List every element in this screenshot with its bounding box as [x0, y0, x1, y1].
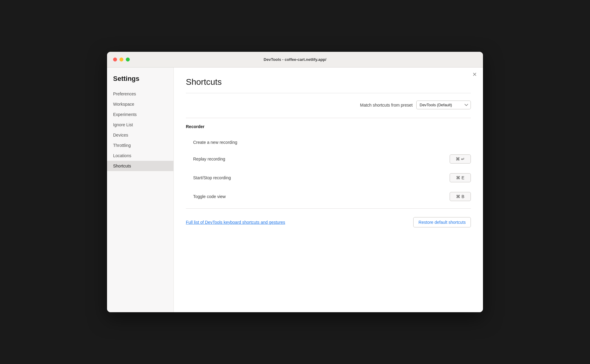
shortcut-name-startstop: Start/Stop recording	[186, 175, 450, 180]
window-title: DevTools - coffee-cart.netlify.app/	[264, 57, 327, 62]
sidebar-item-experiments[interactable]: Experiments	[107, 109, 173, 120]
maximize-traffic-light[interactable]	[126, 58, 130, 61]
shortcut-key-toggle[interactable]: ⌘ B	[450, 192, 471, 201]
shortcut-row-replay: Replay recording ⌘ ↵	[186, 150, 471, 168]
devtools-window: DevTools - coffee-cart.netlify.app/ Sett…	[107, 52, 483, 312]
keyboard-shortcuts-link[interactable]: Full list of DevTools keyboard shortcuts…	[186, 220, 285, 225]
traffic-lights	[113, 58, 130, 61]
shortcut-name-replay: Replay recording	[186, 157, 450, 161]
sidebar-item-throttling[interactable]: Throttling	[107, 140, 173, 151]
section-bottom-divider	[186, 208, 471, 209]
section-divider	[186, 118, 471, 118]
shortcut-name-create: Create a new recording	[186, 140, 471, 145]
sidebar: Settings Preferences Workspace Experimen…	[107, 68, 174, 312]
main-content: ✕ Shortcuts Match shortcuts from preset …	[174, 68, 483, 312]
sidebar-item-workspace[interactable]: Workspace	[107, 99, 173, 109]
shortcut-row-startstop: Start/Stop recording ⌘ E	[186, 168, 471, 187]
sidebar-heading: Settings	[107, 75, 173, 89]
sidebar-item-locations[interactable]: Locations	[107, 151, 173, 161]
title-divider	[186, 93, 471, 93]
page-title: Shortcuts	[186, 77, 471, 87]
section-title: Recorder	[186, 124, 471, 129]
close-button[interactable]: ✕	[472, 72, 477, 77]
restore-defaults-button[interactable]: Restore default shortcuts	[413, 217, 471, 227]
preset-row: Match shortcuts from preset DevTools (De…	[186, 101, 471, 109]
shortcut-name-toggle: Toggle code view	[186, 194, 450, 199]
shortcut-key-startstop[interactable]: ⌘ E	[450, 173, 471, 182]
sidebar-item-devices[interactable]: Devices	[107, 130, 173, 140]
window-body: Settings Preferences Workspace Experimen…	[107, 68, 483, 312]
preset-label: Match shortcuts from preset	[360, 103, 413, 108]
sidebar-item-ignore-list[interactable]: Ignore List	[107, 120, 173, 130]
sidebar-item-shortcuts[interactable]: Shortcuts	[107, 161, 173, 171]
sidebar-item-preferences[interactable]: Preferences	[107, 89, 173, 99]
shortcut-row-create: Create a new recording	[186, 135, 471, 150]
preset-select[interactable]: DevTools (Default) Visual Studio Code	[416, 101, 471, 109]
titlebar: DevTools - coffee-cart.netlify.app/	[107, 52, 483, 68]
close-traffic-light[interactable]	[113, 58, 117, 61]
footer-row: Full list of DevTools keyboard shortcuts…	[186, 217, 471, 227]
shortcut-row-toggle: Toggle code view ⌘ B	[186, 187, 471, 206]
shortcut-key-replay[interactable]: ⌘ ↵	[450, 154, 471, 164]
minimize-traffic-light[interactable]	[119, 58, 123, 61]
shortcut-list: Create a new recording Replay recording …	[186, 135, 471, 206]
